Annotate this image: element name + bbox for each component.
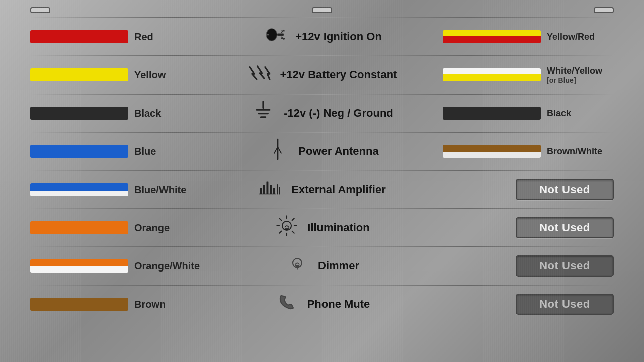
- page: Red +12v Ignition OnYellow/RedYellow +12…: [0, 0, 644, 362]
- standard-header: [30, 7, 50, 13]
- standard-swatch-yellow: [30, 68, 128, 81]
- standard-cell-blue-white: Blue/White: [30, 183, 201, 196]
- svg-line-29: [279, 231, 281, 233]
- function-text-orange: Illumination: [307, 221, 369, 234]
- rows-container: Red +12v Ignition OnYellow/RedYellow +12…: [30, 17, 614, 323]
- standard-label-orange: Orange: [134, 222, 170, 234]
- standard-swatch-red: [30, 30, 128, 43]
- standard-cell-orange-white: Orange/White: [30, 259, 201, 273]
- function-cell-orange-white: Dimmer: [201, 252, 443, 280]
- standard-cell-black: Black: [30, 107, 201, 120]
- accord-cell-red: Yellow/Red: [443, 30, 614, 43]
- svg-line-27: [279, 218, 281, 220]
- accord-cell-blue-white: Not Used: [443, 179, 614, 200]
- standard-swatch-black: [30, 107, 128, 120]
- function-icon-brown: [274, 291, 299, 318]
- function-icon-yellow: [247, 61, 272, 88]
- accord-swatch-red: [443, 30, 541, 43]
- svg-rect-19: [273, 188, 275, 194]
- svg-rect-17: [267, 182, 269, 194]
- function-icon-blue: [265, 138, 290, 165]
- accord-label-red: Yellow/Red: [547, 32, 617, 42]
- wire-row-blue: Blue Power AntennaBrown/White: [30, 133, 614, 170]
- function-cell-orange: Illumination: [201, 214, 443, 241]
- standard-label-blue: Blue: [134, 146, 156, 157]
- wire-row-blue-white: Blue/White External AmplifierNot Used: [30, 171, 614, 208]
- function-cell-black: -12v (-) Neg / Ground: [201, 100, 443, 127]
- accord-label-wrap-blue: Brown/White: [547, 146, 614, 157]
- standard-swatch-brown: [30, 298, 128, 311]
- function-cell-blue: Power Antenna: [201, 138, 443, 165]
- not-used-badge-orange-white: Not Used: [516, 255, 614, 277]
- col-function-header: [201, 7, 443, 13]
- svg-rect-18: [270, 185, 272, 194]
- accord-cell-brown: Not Used: [443, 294, 614, 315]
- function-text-black: -12v (-) Neg / Ground: [284, 107, 393, 120]
- standard-label-yellow: Yellow: [134, 69, 166, 81]
- function-cell-blue-white: External Amplifier: [201, 176, 443, 203]
- wire-row-yellow: Yellow +12v Battery ConstantWhite/Yellow…: [30, 56, 614, 94]
- standard-label-orange-white: Orange/White: [134, 260, 200, 272]
- header-row: [30, 0, 614, 17]
- function-text-brown: Phone Mute: [307, 298, 370, 311]
- standard-cell-brown: Brown: [30, 298, 201, 311]
- standard-cell-blue: Blue: [30, 145, 201, 158]
- col-standard-header: [30, 7, 201, 13]
- wire-row-black: Black -12v (-) Neg / GroundBlack: [30, 95, 614, 132]
- standard-swatch-blue: [30, 145, 128, 158]
- wire-row-orange: Orange IlluminationNot Used: [30, 209, 614, 246]
- accord-label-wrap-black: Black: [547, 108, 614, 119]
- accord-cell-yellow: White/Yellow[or Blue]: [443, 66, 614, 84]
- accord-label-blue: Brown/White: [547, 146, 617, 157]
- accord-label-black: Black: [547, 108, 617, 119]
- function-icon-blue-white: [258, 176, 283, 203]
- standard-cell-orange: Orange: [30, 221, 201, 234]
- function-icon-red: [262, 23, 287, 50]
- accord-cell-blue: Brown/White: [443, 145, 614, 158]
- accord-label-wrap-red: Yellow/Red: [547, 32, 614, 42]
- svg-rect-16: [263, 185, 265, 194]
- standard-label-brown: Brown: [134, 299, 166, 310]
- accord-cell-orange: Not Used: [443, 217, 614, 238]
- accord-swatch-black: [443, 107, 541, 120]
- standard-swatch-orange-white: [30, 259, 128, 273]
- accord-label2-yellow: [or Blue]: [547, 76, 614, 84]
- wire-row-orange-white: Orange/White DimmerNot Used: [30, 247, 614, 285]
- svg-rect-15: [260, 188, 262, 194]
- function-cell-brown: Phone Mute: [201, 291, 443, 318]
- standard-label-red: Red: [134, 31, 153, 43]
- function-text-red: +12v Ignition On: [295, 30, 382, 43]
- svg-line-28: [292, 218, 294, 220]
- svg-rect-1: [277, 34, 284, 36]
- accord-label-yellow: White/Yellow: [547, 66, 617, 76]
- standard-swatch-orange: [30, 221, 128, 234]
- wire-row-brown: Brown Phone MuteNot Used: [30, 286, 614, 323]
- function-text-blue: Power Antenna: [298, 145, 378, 158]
- function-header: [312, 7, 332, 13]
- function-icon-orange-white: [285, 252, 310, 280]
- accord-cell-orange-white: Not Used: [443, 255, 614, 277]
- standard-label-black: Black: [134, 108, 161, 119]
- accord-swatch-yellow: [443, 68, 541, 81]
- function-cell-red: +12v Ignition On: [201, 23, 443, 50]
- accord-swatch-blue: [443, 145, 541, 158]
- accord-label-wrap-yellow: White/Yellow[or Blue]: [547, 66, 614, 84]
- function-icon-orange: [274, 214, 299, 241]
- col-accord-header: [443, 7, 614, 13]
- function-text-orange-white: Dimmer: [318, 259, 359, 273]
- not-used-badge-orange: Not Used: [516, 217, 614, 238]
- standard-cell-red: Red: [30, 30, 201, 43]
- accord-cell-black: Black: [443, 107, 614, 120]
- accord-header: [594, 7, 614, 13]
- function-text-blue-white: External Amplifier: [291, 183, 385, 196]
- standard-cell-yellow: Yellow: [30, 68, 201, 81]
- function-icon-black: [251, 100, 276, 127]
- function-text-yellow: +12v Battery Constant: [280, 68, 397, 81]
- standard-swatch-blue-white: [30, 183, 128, 196]
- svg-line-30: [292, 231, 294, 233]
- function-cell-yellow: +12v Battery Constant: [201, 61, 443, 88]
- wire-row-red: Red +12v Ignition OnYellow/Red: [30, 18, 614, 55]
- standard-label-blue-white: Blue/White: [134, 184, 186, 196]
- not-used-badge-blue-white: Not Used: [516, 179, 614, 200]
- not-used-badge-brown: Not Used: [516, 294, 614, 315]
